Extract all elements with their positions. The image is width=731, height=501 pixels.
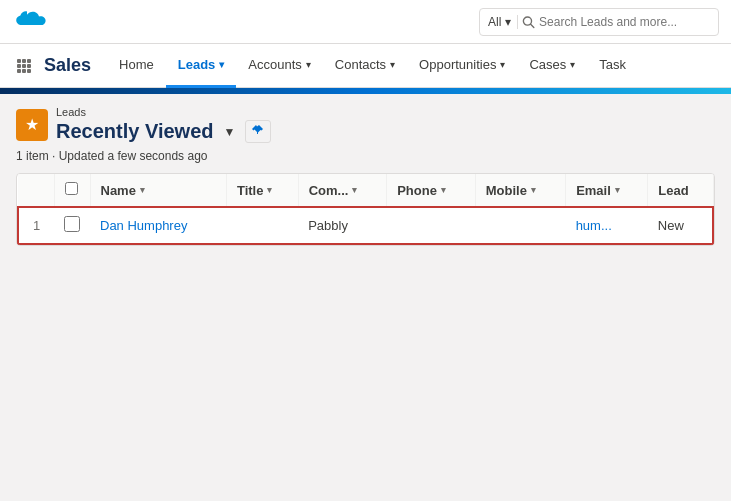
recently-viewed-icon: ★: [16, 109, 48, 141]
row-company-cell: Pabbly: [298, 207, 387, 244]
col-lead[interactable]: Lead: [648, 174, 713, 207]
view-dropdown-button[interactable]: ▼: [219, 123, 239, 141]
svg-line-1: [531, 24, 534, 27]
col-name[interactable]: Name ▾: [90, 174, 226, 207]
search-input[interactable]: [539, 15, 710, 29]
svg-rect-7: [27, 64, 31, 68]
row-checkbox-cell: [54, 207, 90, 244]
status-updated: Updated a few seconds ago: [59, 149, 208, 163]
search-filter-select[interactable]: All ▾: [488, 15, 518, 29]
col-mobile[interactable]: Mobile ▾: [475, 174, 565, 207]
col-num: [18, 174, 54, 207]
col-check: [54, 174, 90, 207]
svg-rect-3: [22, 59, 26, 63]
search-input-wrap: [522, 15, 710, 29]
col-email[interactable]: Email ▾: [566, 174, 648, 207]
search-icon: [522, 15, 535, 29]
mobile-sort-icon: ▾: [531, 185, 536, 195]
company-sort-icon: ▾: [352, 185, 357, 195]
search-filter-label: All: [488, 15, 501, 29]
main-content: ★ Leads Recently Viewed ▼ 1 item · Updat…: [0, 94, 731, 258]
opportunities-chevron: ▾: [500, 59, 505, 70]
pin-button[interactable]: [245, 120, 271, 143]
lead-email-link[interactable]: hum...: [576, 218, 612, 233]
row-number: 1: [18, 207, 54, 244]
search-bar[interactable]: All ▾: [479, 8, 719, 36]
nav-item-accounts[interactable]: Accounts ▾: [236, 44, 322, 88]
col-phone[interactable]: Phone ▾: [387, 174, 476, 207]
cases-chevron: ▾: [570, 59, 575, 70]
svg-rect-5: [17, 64, 21, 68]
email-sort-icon: ▾: [615, 185, 620, 195]
status-text: 1 item · Updated a few seconds ago: [16, 149, 715, 163]
nav-bar: Sales Home Leads ▾ Accounts ▾ Contacts ▾…: [0, 44, 731, 88]
search-filter-chevron: ▾: [505, 15, 511, 29]
row-phone-cell: [387, 207, 476, 244]
accounts-chevron: ▾: [306, 59, 311, 70]
phone-sort-icon: ▾: [441, 185, 446, 195]
breadcrumb: Leads: [56, 106, 271, 118]
main-nav: Home Leads ▾ Accounts ▾ Contacts ▾ Oppor…: [107, 44, 638, 88]
status-separator: ·: [52, 149, 59, 163]
view-header: ★ Leads Recently Viewed ▼: [16, 106, 715, 143]
row-title-cell: [226, 207, 298, 244]
row-lead-status-cell: New: [648, 207, 713, 244]
svg-rect-9: [22, 69, 26, 73]
name-sort-icon: ▾: [140, 185, 145, 195]
breadcrumb-wrap: Leads Recently Viewed ▼: [56, 106, 271, 143]
col-title[interactable]: Title ▾: [226, 174, 298, 207]
pin-icon: [252, 124, 264, 136]
svg-rect-6: [22, 64, 26, 68]
nav-item-contacts[interactable]: Contacts ▾: [323, 44, 407, 88]
nav-item-home[interactable]: Home: [107, 44, 166, 88]
contacts-chevron: ▾: [390, 59, 395, 70]
salesforce-logo: [12, 8, 48, 36]
col-company[interactable]: Com... ▾: [298, 174, 387, 207]
leads-table-wrap: Name ▾ Title ▾ Com... ▾: [16, 173, 715, 246]
table-header-row: Name ▾ Title ▾ Com... ▾: [18, 174, 713, 207]
svg-rect-2: [17, 59, 21, 63]
app-launcher-icon[interactable]: [12, 54, 36, 78]
row-checkbox[interactable]: [64, 216, 80, 232]
select-all-checkbox[interactable]: [65, 182, 78, 195]
nav-item-cases[interactable]: Cases ▾: [517, 44, 587, 88]
view-title: Recently Viewed: [56, 120, 213, 143]
top-bar: All ▾: [0, 0, 731, 44]
nav-item-leads[interactable]: Leads ▾: [166, 44, 237, 88]
svg-rect-8: [17, 69, 21, 73]
nav-item-task[interactable]: Task: [587, 44, 638, 88]
row-mobile-cell: [475, 207, 565, 244]
row-email-cell: hum...: [566, 207, 648, 244]
nav-item-opportunities[interactable]: Opportunities ▾: [407, 44, 517, 88]
svg-rect-4: [27, 59, 31, 63]
lead-name-link[interactable]: Dan Humphrey: [100, 218, 187, 233]
title-sort-icon: ▾: [267, 185, 272, 195]
table-row: 1 Dan Humphrey Pabbly hum... New: [18, 207, 713, 244]
item-count: 1 item: [16, 149, 49, 163]
leads-table: Name ▾ Title ▾ Com... ▾: [17, 174, 714, 245]
row-name-cell: Dan Humphrey: [90, 207, 226, 244]
app-name: Sales: [44, 55, 91, 76]
svg-rect-10: [27, 69, 31, 73]
leads-chevron: ▾: [219, 59, 224, 70]
